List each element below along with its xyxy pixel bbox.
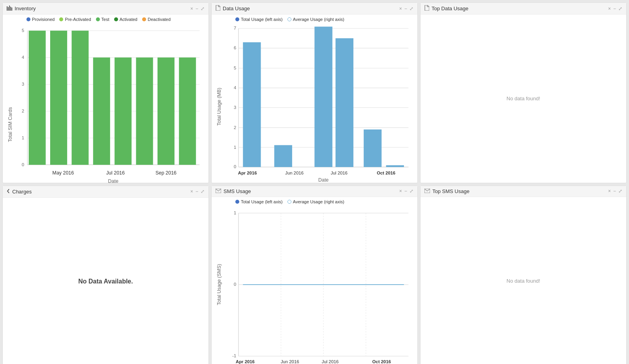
inventory-bar-4 xyxy=(93,58,110,165)
close-button[interactable]: × xyxy=(608,188,611,194)
minimize-button[interactable]: − xyxy=(195,6,198,11)
svg-rect-2 xyxy=(9,6,10,11)
panel-top-data-usage-title: Top Data Usage xyxy=(424,5,468,12)
svg-text:Apr 2016: Apr 2016 xyxy=(238,171,257,175)
svg-rect-4 xyxy=(11,8,12,11)
top-sms-no-data-message: No data found! xyxy=(507,278,540,284)
legend-activated: Activated xyxy=(114,17,137,22)
svg-text:Date: Date xyxy=(318,177,329,182)
avg-usage-label: Average Usage (right axis) xyxy=(293,17,344,22)
panel-top-data-usage-header: Top Data Usage × − ⤢ xyxy=(421,3,626,15)
maximize-button[interactable]: ⤢ xyxy=(201,189,205,194)
svg-text:3: 3 xyxy=(22,82,24,86)
panel-charges-title: Charges xyxy=(7,188,32,195)
svg-text:0: 0 xyxy=(22,162,24,167)
svg-text:Date: Date xyxy=(108,178,118,183)
inventory-bar-3 xyxy=(71,31,88,165)
panel-inventory-title: Inventory xyxy=(7,5,36,12)
panel-sms-usage-title: SMS Usage xyxy=(216,188,251,194)
close-button[interactable]: × xyxy=(190,6,193,11)
inventory-bar-1 xyxy=(29,31,46,165)
inventory-bar-6 xyxy=(136,58,153,165)
top-sms-usage-body: No data found! xyxy=(421,197,626,364)
panel-top-sms-usage: Top SMS Usage × − ⤢ No data found! xyxy=(420,186,627,364)
envelope-icon-2 xyxy=(424,188,430,194)
data-bar-4 xyxy=(336,38,353,167)
test-label: Test xyxy=(101,17,109,22)
panel-inventory-controls: × − ⤢ xyxy=(190,6,205,11)
activated-dot xyxy=(114,17,118,21)
provisioned-dot xyxy=(26,17,30,21)
sms-usage-chart-body: Total Usage (SMS) -1 0 1 Apr 2016 xyxy=(212,204,417,364)
panel-charges-label: Charges xyxy=(12,189,32,195)
total-usage-dot xyxy=(235,17,239,21)
panel-sms-usage-controls: × − ⤢ xyxy=(399,188,413,194)
minimize-button[interactable]: − xyxy=(613,188,616,194)
minimize-button[interactable]: − xyxy=(195,189,198,194)
legend-sms-avg: Average Usage (right axis) xyxy=(287,199,344,204)
legend-preactivated: Pre-Activated xyxy=(59,17,91,22)
close-button[interactable]: × xyxy=(399,188,402,194)
panel-sms-usage-header: SMS Usage × − ⤢ xyxy=(212,186,417,197)
svg-text:1: 1 xyxy=(22,135,24,140)
panel-data-usage-controls: × − ⤢ xyxy=(399,6,413,11)
panel-inventory: Inventory × − ⤢ Provisioned Pre-Activate… xyxy=(2,2,209,183)
close-button[interactable]: × xyxy=(608,6,611,11)
maximize-button[interactable]: ⤢ xyxy=(409,188,413,194)
data-usage-legend: Total Usage (left axis) Average Usage (r… xyxy=(212,15,417,22)
panel-inventory-header: Inventory × − ⤢ xyxy=(3,3,208,15)
charges-no-data: No Data Available. xyxy=(7,202,205,361)
panel-top-sms-usage-header: Top SMS Usage × − ⤢ xyxy=(421,186,626,197)
close-button[interactable]: × xyxy=(190,189,193,194)
panel-top-data-usage-label: Top Data Usage xyxy=(432,6,468,11)
legend-sms-total: Total Usage (left axis) xyxy=(235,199,283,204)
chevron-left-icon xyxy=(7,188,10,195)
panel-sms-usage-label: SMS Usage xyxy=(223,188,251,194)
preactivated-dot xyxy=(59,17,63,21)
svg-text:2: 2 xyxy=(234,125,236,130)
maximize-button[interactable]: ⤢ xyxy=(618,6,622,11)
preactivated-label: Pre-Activated xyxy=(65,17,91,22)
svg-text:Total Usage (MB): Total Usage (MB) xyxy=(216,88,222,126)
svg-rect-3 xyxy=(10,7,11,11)
svg-text:0: 0 xyxy=(234,164,236,169)
legend-total-usage: Total Usage (left axis) xyxy=(235,17,283,22)
svg-text:Oct 2016: Oct 2016 xyxy=(377,171,395,175)
data-usage-chart-body: Total Usage (MB) 0 1 2 3 4 5 6 xyxy=(212,22,417,183)
maximize-button[interactable]: ⤢ xyxy=(201,6,205,11)
panel-top-data-usage-controls: × − ⤢ xyxy=(608,6,622,11)
svg-text:May 2016: May 2016 xyxy=(53,170,74,176)
provisioned-label: Provisioned xyxy=(32,17,54,22)
close-button[interactable]: × xyxy=(399,6,402,11)
panel-charges-header: Charges × − ⤢ xyxy=(3,186,208,198)
file-icon xyxy=(216,5,220,12)
top-data-usage-body: No data found! xyxy=(421,15,626,183)
svg-text:Jun 2016: Jun 2016 xyxy=(281,359,299,364)
minimize-button[interactable]: − xyxy=(404,188,407,194)
data-bar-2 xyxy=(274,145,292,167)
svg-text:Total SIM Cards: Total SIM Cards xyxy=(8,107,13,142)
svg-text:1: 1 xyxy=(234,210,236,215)
svg-text:Jul 2016: Jul 2016 xyxy=(330,171,347,175)
minimize-button[interactable]: − xyxy=(404,6,407,11)
svg-text:7: 7 xyxy=(234,26,236,30)
svg-text:2: 2 xyxy=(22,109,24,113)
data-bar-6 xyxy=(386,165,404,167)
data-bar-5 xyxy=(364,129,381,167)
minimize-button[interactable]: − xyxy=(613,6,616,11)
deactivated-label: Deactivated xyxy=(148,17,171,22)
svg-text:-1: -1 xyxy=(232,353,236,358)
no-data-available-message: No Data Available. xyxy=(78,278,133,285)
maximize-button[interactable]: ⤢ xyxy=(618,188,622,194)
svg-text:5: 5 xyxy=(22,28,24,33)
panel-top-sms-usage-controls: × − ⤢ xyxy=(608,188,622,194)
maximize-button[interactable]: ⤢ xyxy=(409,6,413,11)
legend-test: Test xyxy=(96,17,109,22)
sms-usage-chart: Total Usage (SMS) -1 0 1 Apr 2016 xyxy=(212,204,417,364)
top-sms-usage-no-data: No data found! xyxy=(424,201,622,361)
panel-top-sms-usage-label: Top SMS Usage xyxy=(432,188,469,194)
bars-icon xyxy=(7,5,12,12)
panel-charges-controls: × − ⤢ xyxy=(190,189,205,194)
envelope-icon xyxy=(216,188,221,194)
dashboard: Inventory × − ⤢ Provisioned Pre-Activate… xyxy=(0,0,629,364)
